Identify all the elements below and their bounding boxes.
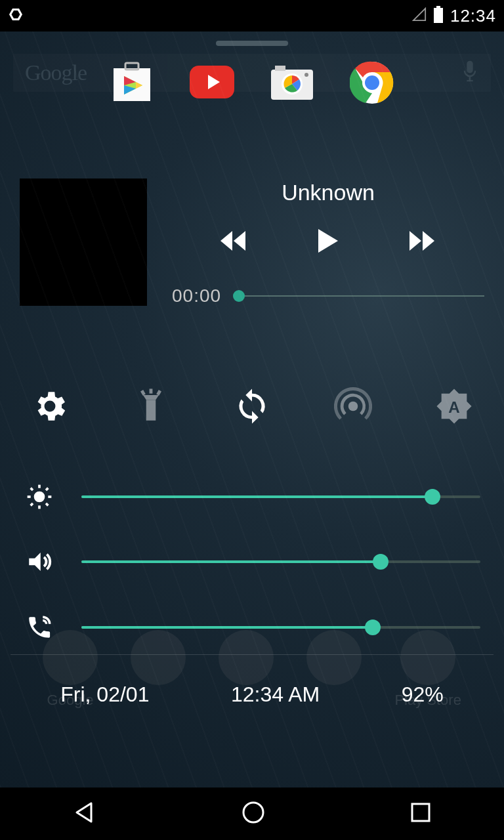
sliders (24, 484, 480, 641)
ringer-icon (24, 614, 55, 641)
pull-handle[interactable] (216, 41, 288, 46)
track-title: Unknown (172, 180, 484, 205)
play-button[interactable] (317, 228, 339, 257)
svg-line-43 (31, 503, 33, 505)
svg-rect-7 (114, 68, 150, 101)
svg-rect-28 (146, 400, 156, 420)
svg-point-17 (282, 74, 303, 94)
svg-marker-34 (436, 388, 471, 423)
svg-marker-11 (124, 85, 136, 94)
seek-thumb[interactable] (233, 290, 245, 302)
volume-icon (24, 548, 55, 576)
svg-point-22 (365, 75, 379, 90)
divider (10, 654, 494, 655)
svg-line-44 (46, 488, 48, 490)
svg-marker-25 (318, 229, 338, 253)
svg-point-33 (348, 402, 358, 411)
footer-info: Fri, 02/01 12:34 AM 92% (0, 682, 504, 707)
app-youtube[interactable] (188, 59, 236, 106)
prev-button[interactable] (219, 230, 248, 255)
svg-marker-45 (29, 553, 41, 571)
search-widget[interactable]: Google (13, 54, 491, 92)
svg-rect-32 (156, 390, 161, 396)
svg-point-20 (351, 62, 393, 104)
svg-point-19 (304, 73, 308, 77)
svg-point-47 (243, 803, 263, 822)
svg-rect-2 (436, 6, 440, 8)
seek-bar[interactable] (234, 295, 484, 297)
svg-rect-48 (412, 804, 429, 821)
footer-time[interactable]: 12:34 AM (231, 682, 320, 707)
svg-line-41 (31, 488, 33, 490)
toggle-auto-brightness[interactable]: A (433, 385, 475, 427)
media-time: 00:00 (172, 285, 221, 306)
media-widget: Unknown 00:00 (20, 178, 484, 306)
svg-marker-24 (220, 231, 232, 251)
ringer-slider-row (24, 614, 480, 641)
svg-rect-3 (434, 8, 443, 23)
volume-slider-row (24, 548, 480, 576)
volume-thumb[interactable] (373, 554, 388, 570)
google-logo: Google (25, 60, 87, 85)
status-clock: 12:34 (450, 6, 496, 26)
nav-home[interactable] (240, 799, 266, 828)
nut-icon (8, 7, 24, 25)
svg-marker-23 (234, 231, 245, 251)
svg-text:A: A (448, 398, 459, 416)
ringer-thumb[interactable] (365, 620, 381, 635)
svg-marker-27 (423, 231, 434, 251)
svg-point-36 (34, 492, 45, 503)
svg-marker-9 (124, 76, 142, 94)
svg-rect-13 (190, 66, 234, 98)
quick-toggles: A (29, 385, 475, 427)
svg-rect-30 (150, 388, 153, 393)
widget-panel: Google Unknown (0, 32, 504, 788)
brightness-slider[interactable] (81, 495, 480, 498)
toggle-sync[interactable] (231, 385, 273, 427)
svg-rect-15 (271, 70, 313, 100)
battery-icon (433, 6, 444, 26)
toggle-settings[interactable] (29, 385, 71, 427)
bg-apps: Google Play Store (0, 630, 504, 709)
wallpaper: Google Play Store Google (0, 32, 504, 788)
svg-marker-26 (410, 231, 421, 251)
app-play-store[interactable] (108, 59, 156, 106)
next-button[interactable] (408, 230, 437, 255)
app-camera[interactable] (268, 59, 316, 106)
toggle-hotspot[interactable] (332, 385, 374, 427)
svg-point-21 (362, 73, 382, 93)
footer-battery[interactable]: 92% (402, 682, 444, 707)
nav-recent[interactable] (409, 801, 432, 827)
svg-marker-14 (208, 75, 220, 89)
toggle-flashlight[interactable] (130, 385, 172, 427)
svg-rect-4 (467, 61, 472, 74)
svg-line-42 (46, 503, 48, 505)
ringer-slider[interactable] (81, 626, 480, 629)
svg-rect-31 (140, 390, 146, 396)
signal-icon (412, 7, 427, 24)
svg-point-18 (284, 75, 301, 93)
brightness-thumb[interactable] (425, 489, 440, 505)
svg-marker-12 (136, 82, 142, 89)
app-chrome[interactable] (348, 59, 396, 106)
svg-rect-16 (275, 66, 285, 71)
nav-back[interactable] (72, 799, 98, 828)
brightness-icon (24, 484, 55, 510)
nav-bar (0, 788, 504, 840)
footer-date[interactable]: Fri, 02/01 (60, 682, 149, 707)
svg-marker-46 (77, 803, 91, 822)
volume-slider[interactable] (81, 560, 480, 563)
mic-icon[interactable] (461, 59, 479, 87)
brightness-slider-row (24, 484, 480, 510)
album-art[interactable] (20, 178, 147, 306)
status-bar: 12:34 (0, 0, 504, 32)
svg-rect-8 (125, 63, 138, 70)
svg-marker-10 (124, 76, 136, 85)
svg-marker-29 (143, 395, 159, 400)
app-shortcut-row (0, 59, 504, 106)
